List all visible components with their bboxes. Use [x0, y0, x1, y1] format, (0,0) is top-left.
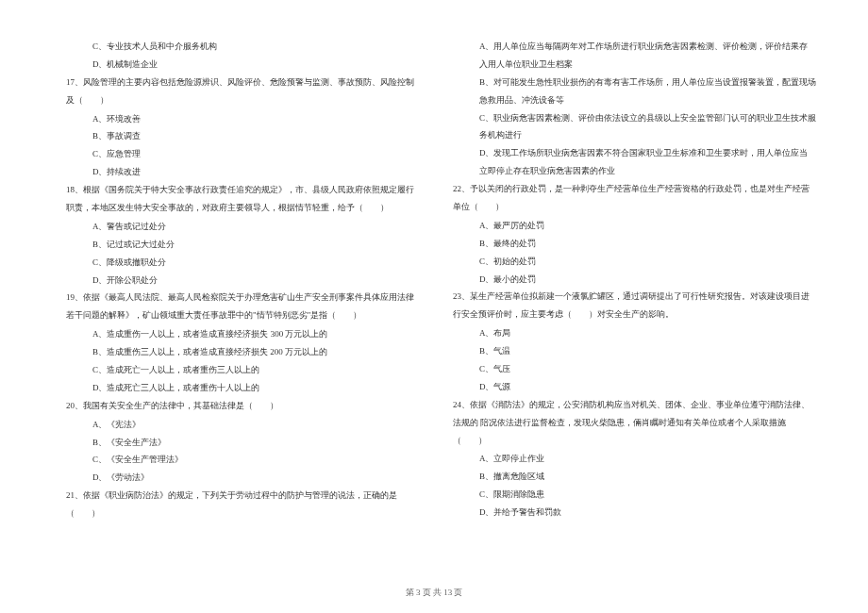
option-23-b: B、气温	[453, 342, 816, 360]
option-21-b: B、对可能发生急性职业损伤的有毒有害工作场所，用人单位应当设置报警装置，配置现场…	[453, 74, 816, 109]
question-23: 23、某生产经营单位拟新建一个液氯贮罐区，通过调研提出了可行性研究报告。对该建设…	[453, 288, 816, 323]
option-16-d: D、机械制造企业	[66, 56, 420, 74]
option-24-a: A、立即停止作业	[453, 450, 816, 468]
option-23-a: A、布局	[453, 324, 816, 342]
option-21-c: C、职业病危害因素检测、评价由依法设立的县级以上安全监管部门认可的职业卫生技术服…	[453, 109, 816, 145]
option-23-c: C、气压	[453, 360, 816, 378]
option-17-a: A、环境改善	[66, 110, 420, 128]
option-17-c: C、应急管理	[66, 145, 420, 163]
option-22-c: C、初始的处罚	[453, 253, 816, 271]
option-18-d: D、开除公职处分	[66, 272, 420, 290]
option-18-b: B、记过或记大过处分	[66, 236, 420, 254]
option-20-c: C、《安全生产管理法》	[66, 451, 420, 469]
option-20-a: A、《宪法》	[66, 416, 420, 434]
question-22: 22、予以关闭的行政处罚，是一种剥夺生产经营单位生产经营资格的行政处罚，也是对生…	[453, 180, 816, 216]
option-20-b: B、《安全生产法》	[66, 434, 420, 452]
question-19: 19、依据《最高人民法院、最高人民检察院关于办理危害矿山生产安全刑事案件具体应用…	[66, 289, 420, 324]
option-24-b: B、撤离危险区域	[453, 468, 816, 486]
right-column: A、用人单位应当每隔两年对工作场所进行职业病危害因素检测、评价检测，评价结果存入…	[434, 38, 830, 585]
option-16-c: C、专业技术人员和中介服务机构	[66, 38, 420, 56]
option-23-d: D、气源	[453, 378, 816, 396]
question-24: 24、依据《消防法》的规定，公安消防机构应当对机关、团体、企业、事业单位遵守消防…	[453, 396, 816, 450]
option-24-d: D、并给予警告和罚款	[453, 504, 816, 522]
option-18-a: A、警告或记过处分	[66, 218, 420, 236]
option-18-c: C、降级或撤职处分	[66, 254, 420, 272]
option-19-b: B、造成重伤三人以上，或者造成直接经济损失 200 万元以上的	[66, 343, 420, 361]
option-17-b: B、事故调查	[66, 127, 420, 145]
option-21-d: D、发现工作场所职业病危害因素不符合国家职业卫生标准和卫生要求时，用人单位应当立…	[453, 144, 816, 180]
option-19-c: C、造成死亡一人以上，或者重伤三人以上的	[66, 361, 420, 379]
option-20-d: D、《劳动法》	[66, 469, 420, 487]
question-17: 17、风险管理的主要内容包括危险源辨识、风险评价、危险预警与监测、事故预防、风险…	[66, 74, 420, 109]
left-column: C、专业技术人员和中介服务机构 D、机械制造企业 17、风险管理的主要内容包括危…	[38, 38, 434, 585]
option-21-a: A、用人单位应当每隔两年对工作场所进行职业病危害因素检测、评价检测，评价结果存入…	[453, 38, 816, 74]
question-21: 21、依据《职业病防治法》的规定，下列关于劳动过程中的防护与管理的说法，正确的是…	[66, 487, 420, 522]
option-17-d: D、持续改进	[66, 163, 420, 181]
option-22-a: A、最严厉的处罚	[453, 217, 816, 235]
page-footer: 第 3 页 共 13 页	[0, 587, 868, 599]
option-22-b: B、最终的处罚	[453, 235, 816, 253]
question-18: 18、根据《国务院关于特大安全事故行政责任追究的规定》，市、县级人民政府依照规定…	[66, 181, 420, 217]
option-19-a: A、造成重伤一人以上，或者造成直接经济损失 300 万元以上的	[66, 325, 420, 343]
option-24-c: C、限期消除隐患	[453, 486, 816, 504]
option-22-d: D、最小的处罚	[453, 271, 816, 289]
option-19-d: D、造成死亡三人以上，或者重伤十人以上的	[66, 379, 420, 397]
question-20: 20、我国有关安全生产的法律中，其基础法律是（ ）	[66, 397, 420, 415]
